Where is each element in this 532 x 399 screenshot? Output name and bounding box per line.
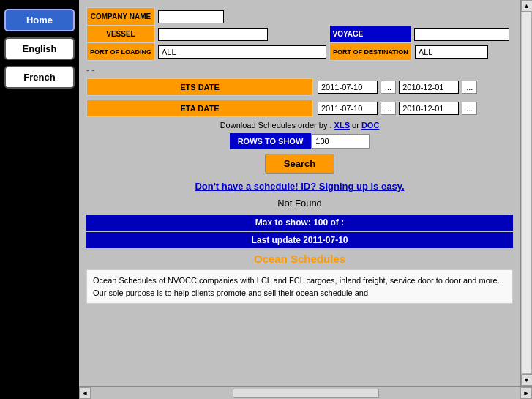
- home-button[interactable]: Home: [4, 9, 75, 31]
- download-text: Download Schedules order by :: [220, 121, 332, 130]
- port-destination-label: PORT OF DESTINATION: [330, 43, 412, 61]
- signup-section: Don't have a schedule! ID? Signing up is…: [86, 181, 513, 192]
- company-name-input[interactable]: [158, 10, 224, 23]
- eta-date-label: ETA DATE: [86, 100, 313, 117]
- last-update-bar: Last update 2011-07-10: [86, 232, 513, 248]
- ets-end-picker[interactable]: ...: [462, 81, 477, 94]
- english-button[interactable]: English: [4, 37, 75, 60]
- ocean-schedules-heading: Ocean Schedules: [86, 253, 513, 265]
- ets-date-row: ETS DATE ... ...: [86, 78, 513, 96]
- ets-end-input[interactable]: [399, 81, 459, 94]
- bottom-bar: ◄ ►: [79, 386, 532, 399]
- page-content: COMPANY NAME VESSEL: [79, 0, 520, 386]
- voyage-label: VOYAGE: [330, 26, 412, 43]
- right-scrollbar: ▲ ▼: [520, 0, 532, 386]
- scroll-up-arrow[interactable]: ▲: [521, 0, 533, 12]
- eta-end-picker[interactable]: ...: [462, 102, 477, 115]
- rows-input[interactable]: [311, 134, 370, 149]
- main-content-area: COMPANY NAME VESSEL: [79, 0, 532, 386]
- main-wrapper: COMPANY NAME VESSEL: [79, 0, 532, 399]
- rows-row: ROWS TO SHOW: [86, 133, 513, 149]
- scroll-track[interactable]: [522, 12, 532, 374]
- scroll-left-arrow[interactable]: ◄: [79, 387, 91, 399]
- max-to-show-bar: Max to show: 100 of :: [86, 215, 513, 231]
- company-name-label: COMPANY NAME: [87, 8, 155, 26]
- not-found-text: Not Found: [86, 198, 513, 209]
- xls-link[interactable]: XLS: [334, 121, 350, 130]
- sidebar: Home English French: [0, 0, 79, 399]
- vessel-label: VESSEL: [87, 26, 155, 43]
- port-loading-label: PORT OF LOADING: [87, 43, 155, 61]
- download-line: Download Schedules order by : XLS or DOC: [86, 121, 513, 130]
- ets-start-input[interactable]: [318, 81, 378, 94]
- signup-link[interactable]: Don't have a schedule! ID? Signing up is…: [195, 181, 404, 192]
- eta-start-picker[interactable]: ...: [381, 102, 396, 115]
- port-loading-input[interactable]: [158, 45, 326, 59]
- scroll-right-arrow[interactable]: ►: [520, 387, 532, 399]
- vessel-input[interactable]: [158, 28, 268, 41]
- eta-start-input[interactable]: [318, 102, 378, 115]
- rows-label: ROWS TO SHOW: [230, 133, 312, 149]
- scroll-down-arrow[interactable]: ▼: [521, 374, 533, 386]
- horizontal-track[interactable]: [91, 389, 520, 398]
- eta-date-row: ETA DATE ... ...: [86, 100, 513, 117]
- french-button[interactable]: French: [4, 66, 75, 89]
- scroll-content[interactable]: COMPANY NAME VESSEL: [79, 0, 520, 386]
- or-text: or: [352, 121, 361, 130]
- description-text: Ocean Schedules of NVOCC companies with …: [86, 269, 513, 304]
- ets-start-picker[interactable]: ...: [381, 81, 396, 94]
- form-table: COMPANY NAME VESSEL: [86, 7, 513, 61]
- ets-date-label: ETS DATE: [86, 78, 313, 96]
- eta-end-input[interactable]: [399, 102, 459, 115]
- h-scrollbar: [233, 389, 379, 398]
- voyage-input[interactable]: [414, 28, 509, 41]
- port-destination-input[interactable]: [415, 45, 488, 59]
- doc-link[interactable]: DOC: [361, 121, 379, 130]
- search-button[interactable]: Search: [265, 154, 334, 174]
